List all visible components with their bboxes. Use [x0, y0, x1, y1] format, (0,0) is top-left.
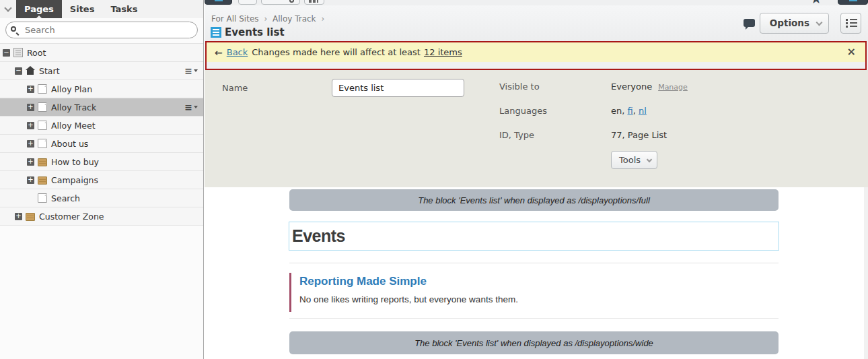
options-button[interactable]: Options: [760, 13, 829, 34]
page-tree: Root Start ≡ Alloy Plan Alloy Track ≡ Al…: [0, 43, 203, 226]
tab-tasks[interactable]: Tasks: [102, 0, 145, 18]
visible-to-label: Visible to: [499, 81, 540, 92]
back-arrow-icon: ←: [215, 47, 223, 58]
top-toolbar-partial: ★: [205, 0, 868, 5]
block-type-icon: [211, 27, 221, 38]
page-title: Events list: [225, 26, 285, 38]
expand-node-icon[interactable]: [27, 122, 34, 129]
breadcrumb-separator: ›: [321, 14, 324, 24]
menu-bars-glyph: ≡: [184, 101, 192, 113]
caret-down-icon: [194, 106, 198, 108]
tree-item-label: Start: [39, 66, 60, 76]
tree-item-label: Alloy Plan: [51, 84, 92, 94]
collapse-node-icon[interactable]: [15, 67, 22, 75]
tree-item-search[interactable]: Search: [0, 189, 203, 207]
folder-icon: [38, 176, 47, 185]
notice-message: Changes made here will affect at least: [252, 47, 421, 57]
tree-item-alloy-track[interactable]: Alloy Track ≡: [0, 98, 203, 117]
tree-item-how-to-buy[interactable]: How to buy: [0, 153, 203, 171]
tree-item-start[interactable]: Start ≡: [0, 62, 203, 80]
divider: [289, 263, 779, 263]
manage-link[interactable]: Manage: [658, 83, 688, 92]
expand-node-icon[interactable]: [27, 104, 34, 111]
search-icon: [11, 26, 16, 32]
display-option-banner-wide: The block 'Events list' when displayed a…: [289, 331, 779, 354]
collapse-node-icon[interactable]: [3, 49, 10, 57]
context-menu-icon[interactable]: ≡: [184, 101, 198, 113]
grid-view-button[interactable]: [304, 0, 324, 5]
tree-item-campaigns[interactable]: Campaigns: [0, 171, 203, 189]
language-current: en,: [611, 106, 628, 116]
panel-icon: [849, 0, 857, 1]
root-icon: [13, 48, 23, 57]
breadcrumb: For All Sites › Alloy Track ›: [211, 14, 327, 24]
chevron-down-icon: [4, 4, 11, 11]
language-fi-link[interactable]: fi: [628, 106, 633, 116]
close-icon[interactable]: ×: [847, 46, 856, 58]
tree-item-label: Campaigns: [51, 175, 98, 185]
list-view-button[interactable]: [840, 13, 861, 34]
events-heading: Events: [289, 226, 345, 246]
tree-item-alloy-plan[interactable]: Alloy Plan: [0, 80, 203, 98]
preview-search-button[interactable]: [261, 0, 300, 5]
page-header: For All Sites › Alloy Track › Events lis…: [205, 5, 868, 42]
bullet-list-icon: [846, 19, 848, 21]
tree-item-label: Customer Zone: [39, 211, 104, 222]
comment-icon[interactable]: [744, 19, 755, 27]
tree-item-label: Root: [27, 48, 46, 58]
article-title-link[interactable]: Reporting Made Simple: [299, 275, 779, 288]
tab-sites[interactable]: Sites: [62, 0, 103, 18]
navigation-sidebar: Pages Sites Tasks Root Start ≡ Alloy Pla…: [0, 0, 204, 359]
main-area: ★ For All Sites › Alloy Track › Events l…: [205, 0, 868, 359]
edit-mode-button[interactable]: [205, 0, 232, 5]
expand-node-icon[interactable]: [27, 86, 34, 93]
expand-node-icon[interactable]: [27, 140, 34, 148]
menu-bars-glyph: ≡: [184, 65, 192, 77]
tree-item-alloy-meet[interactable]: Alloy Meet: [0, 117, 203, 135]
tree-item-customer-zone[interactable]: Customer Zone: [0, 207, 203, 226]
tree-item-label: Alloy Track: [51, 102, 96, 112]
page-icon: [38, 139, 47, 148]
tools-button[interactable]: Tools: [611, 151, 657, 169]
page-icon: [38, 84, 47, 94]
editable-heading-region[interactable]: Events: [289, 222, 779, 251]
tree-item-root[interactable]: Root: [0, 44, 203, 62]
breadcrumb-for-all-sites[interactable]: For All Sites: [211, 14, 259, 24]
tree-item-about-us[interactable]: About us: [0, 135, 203, 153]
block-properties-panel: Name Visible to EveryoneManage Languages…: [205, 70, 868, 187]
folder-icon: [38, 158, 47, 166]
block-preview-area: The block 'Events list' when displayed a…: [205, 187, 868, 359]
tree-item-label: How to buy: [51, 157, 99, 167]
affected-items-link[interactable]: 12 items: [424, 47, 462, 57]
tree-item-label: Search: [51, 193, 80, 203]
context-menu-icon[interactable]: ≡: [184, 65, 198, 77]
event-list-item: Reporting Made Simple No one likes writi…: [289, 273, 779, 312]
tree-item-label: About us: [51, 139, 88, 149]
name-input[interactable]: [332, 79, 464, 97]
page-icon: [38, 193, 47, 203]
display-option-banner-full: The block 'Events list' when displayed a…: [289, 189, 779, 211]
tab-sites-label: Sites: [70, 4, 95, 14]
expand-node-icon[interactable]: [27, 176, 34, 184]
page-icon: [38, 102, 47, 112]
back-link[interactable]: Back: [227, 47, 248, 57]
magnifier-icon: [289, 0, 294, 3]
breadcrumb-alloy-track[interactable]: Alloy Track: [273, 14, 316, 24]
languages-value: en, fi, nl: [611, 106, 647, 116]
expand-node-icon[interactable]: [15, 213, 22, 220]
visible-to-text: Everyone: [611, 81, 652, 92]
article-summary: No one likes writing reports, but everyo…: [299, 294, 779, 304]
page-icon: [38, 121, 47, 130]
expand-node-icon[interactable]: [27, 158, 34, 166]
notification-bar: ← Back Changes made here will affect at …: [207, 42, 865, 62]
tab-pages[interactable]: Pages: [16, 0, 62, 18]
id-type-value: 77, Page List: [611, 130, 667, 140]
toolbar-button[interactable]: [238, 0, 257, 5]
collapse-sidebar-button[interactable]: [0, 0, 16, 18]
chevron-down-icon: [647, 157, 652, 162]
toggle-panel-button[interactable]: [838, 0, 868, 5]
language-nl-link[interactable]: nl: [639, 106, 647, 116]
search-input[interactable]: [5, 22, 198, 38]
sidebar-tabbar: Pages Sites Tasks: [0, 0, 203, 18]
star-icon[interactable]: ★: [810, 0, 822, 5]
